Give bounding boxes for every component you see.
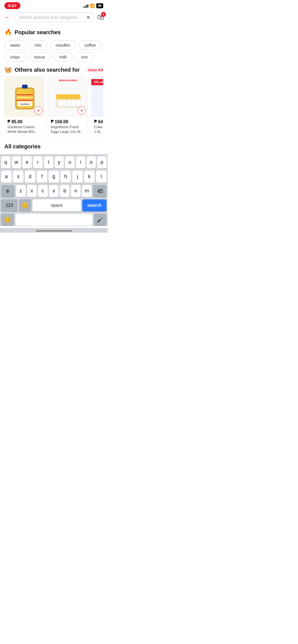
delete-icon: ⌫ <box>97 189 103 193</box>
others-searched-header: 🧺 Others also searched for View All <box>4 66 103 73</box>
key-s[interactable]: s <box>13 171 23 183</box>
tag-tissue[interactable]: tissue <box>28 52 51 62</box>
key-p[interactable]: p <box>97 156 107 168</box>
search-input[interactable] <box>19 15 86 20</box>
add-eggs-button[interactable]: + <box>78 106 86 115</box>
keyboard[interactable]: q w e r t y u i o p a s d f g h j k l z … <box>0 154 108 226</box>
key-b[interactable]: b <box>60 185 70 197</box>
key-u[interactable]: u <box>65 156 74 168</box>
key-w[interactable]: w <box>12 156 21 168</box>
all-categories-title: All categories <box>4 143 103 150</box>
key-f[interactable]: f <box>37 171 47 183</box>
gardenia-name: Gardenia Classic White Bread 600... <box>7 125 41 134</box>
cart-button[interactable]: 🛍 5 <box>97 13 104 22</box>
popular-searches-title: Popular searches <box>15 29 61 36</box>
key-k[interactable]: k <box>84 171 95 183</box>
key-emoji[interactable]: 😊 <box>19 199 31 211</box>
tag-water[interactable]: water <box>4 40 26 50</box>
tag-noodles[interactable]: noodles <box>50 40 76 50</box>
key-d[interactable]: d <box>25 171 35 183</box>
back-button[interactable]: ← <box>3 13 12 22</box>
svg-point-14 <box>75 100 81 106</box>
status-bar: 9:07 📶 98 <box>0 0 108 10</box>
key-spacer <box>15 214 92 226</box>
key-q[interactable]: q <box>1 156 10 168</box>
svg-text:Gardenia: Gardenia <box>20 103 29 105</box>
home-indicator-area <box>0 228 108 233</box>
fire-icon: 🔥 <box>4 29 12 36</box>
cursor-indicator <box>87 16 90 19</box>
key-i[interactable]: i <box>76 156 85 168</box>
others-searched-left: 🧺 Others also searched for <box>4 66 80 73</box>
coke-name: Coke Regular Bottle 1.5L <box>94 125 103 134</box>
tag-rice[interactable]: rice <box>75 52 94 62</box>
key-y[interactable]: y <box>55 156 64 168</box>
keyboard-bottom-row: 123 😊 space search <box>1 199 107 211</box>
eggs-product-info: ₱ 158.00 brightfarms Fresh Eggs Large 12… <box>48 117 87 136</box>
status-time: 9:07 <box>4 2 20 9</box>
keyboard-row-1: q w e r t y u i o p <box>1 156 107 168</box>
svg-rect-4 <box>17 100 33 101</box>
svg-rect-3 <box>17 97 33 98</box>
others-searched-title: Others also searched for <box>15 67 80 73</box>
product-image-coke: 5% off Coca Cola − <box>91 77 103 117</box>
key-h[interactable]: h <box>60 171 71 183</box>
key-c[interactable]: c <box>38 185 48 197</box>
signal-icon <box>83 4 88 8</box>
product-card-gardenia: Gardenia + ₱ 85.00 Gardenia Classic Whit… <box>4 77 44 137</box>
key-v[interactable]: v <box>49 185 59 197</box>
coke-bottle-image: Coca Cola <box>102 80 103 114</box>
key-t[interactable]: t <box>44 156 53 168</box>
main-content: 🔥 Popular searches water relx noodles co… <box>0 24 108 154</box>
keyboard-extra-row: 😊 🎤 <box>1 214 107 226</box>
key-delete[interactable]: ⌫ <box>93 185 107 197</box>
product-card-coke: 5% off Coca Cola − <box>91 77 103 137</box>
brightfarms-brand-label: BRIGHTFARMS <box>48 79 88 82</box>
popular-tags-row1: water relx noodles coffee <box>4 40 103 50</box>
key-search[interactable]: search <box>82 199 107 211</box>
search-bar-container[interactable] <box>14 12 94 22</box>
shift-icon <box>5 189 10 194</box>
wifi-icon: 📶 <box>90 4 95 8</box>
key-123[interactable]: 123 <box>1 199 18 211</box>
key-l[interactable]: l <box>96 171 107 183</box>
add-gardenia-button[interactable]: + <box>34 106 42 115</box>
key-m[interactable]: m <box>82 185 92 197</box>
coke-price-row: ₱ 64.83 ₱ 68.25 <box>94 119 103 125</box>
tag-milk[interactable]: milk <box>54 52 73 62</box>
key-shift[interactable] <box>1 185 15 197</box>
svg-rect-2 <box>17 94 33 95</box>
key-emoji-2[interactable]: 😊 <box>1 214 14 226</box>
popular-searches-header: 🔥 Popular searches <box>4 29 103 36</box>
basket-icon: 🧺 <box>4 66 12 73</box>
key-g[interactable]: g <box>49 171 59 183</box>
svg-text:⌫: ⌫ <box>99 190 102 193</box>
key-r[interactable]: r <box>33 156 42 168</box>
header: ← 🛍 5 <box>0 10 108 24</box>
key-x[interactable]: x <box>27 185 37 197</box>
product-image-gardenia: Gardenia + <box>5 77 44 117</box>
key-space[interactable]: space <box>33 199 81 211</box>
gardenia-bread-image: Gardenia <box>12 82 37 112</box>
eggs-image <box>54 89 82 111</box>
tag-relx[interactable]: relx <box>29 40 47 50</box>
keyboard-row-2: a s d f g h j k l <box>1 171 107 183</box>
key-n[interactable]: n <box>71 185 81 197</box>
coke-price: ₱ 64.83 <box>94 119 103 124</box>
key-j[interactable]: j <box>72 171 83 183</box>
view-all-button[interactable]: View All <box>87 68 103 72</box>
key-e[interactable]: e <box>22 156 32 168</box>
gardenia-product-info: ₱ 85.00 Gardenia Classic White Bread 600… <box>5 117 44 136</box>
tag-coffee[interactable]: coffee <box>79 40 102 50</box>
key-a[interactable]: a <box>1 171 12 183</box>
key-o[interactable]: o <box>87 156 96 168</box>
cart-badge: 5 <box>101 12 106 17</box>
tag-chips[interactable]: chips <box>4 52 26 62</box>
key-z[interactable]: z <box>16 185 26 197</box>
keyboard-row-3: z x c v b n m ⌫ <box>1 185 107 197</box>
svg-rect-9 <box>56 94 81 99</box>
coke-discount-badge: 5% off <box>91 79 103 85</box>
key-mic[interactable]: 🎤 <box>94 214 107 226</box>
gardenia-price: ₱ 85.00 <box>7 119 41 124</box>
product-image-eggs: BRIGHTFARMS + <box>48 77 88 117</box>
